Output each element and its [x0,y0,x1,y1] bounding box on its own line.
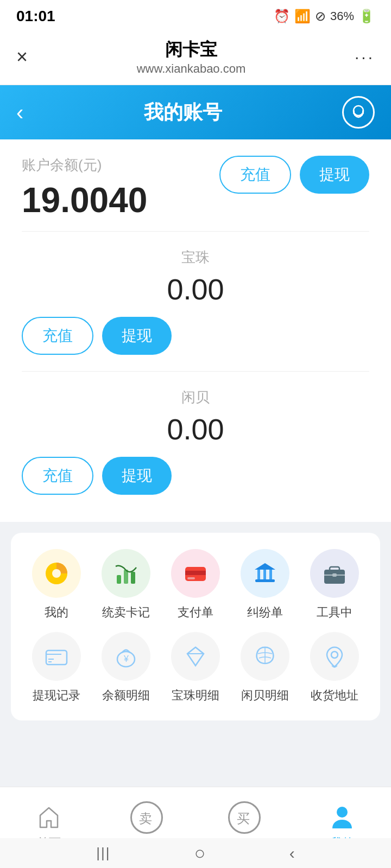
baozhu-recharge-button[interactable]: 充值 [22,317,93,355]
battery-indicator: 36% [330,9,354,23]
top-action-buttons: 充值 提现 [219,156,369,194]
svg-rect-15 [255,579,275,582]
svg-rect-19 [332,573,337,577]
browser-bar: × 闲卡宝 www.xiankabao.com ··· [0,33,391,85]
card-icon [182,560,209,587]
support-button[interactable] [342,96,375,129]
buy-icon: 买 [235,808,254,827]
browser-app-title: 闲卡宝 [165,38,217,62]
diamond-icon [182,643,209,670]
baozhu-buttons: 充值 提现 [22,317,369,355]
sell-card-records-item[interactable]: 统卖卡记 [96,549,156,621]
baozhu-detail-item[interactable]: 宝珠明细 [166,632,225,704]
status-icons: ⏰ 📶 ⊘ 36% 🔋 [274,9,375,24]
money-bag-icon: ¥ [112,643,140,670]
home-icon [36,805,62,831]
baozhu-detail-label: 宝珠明细 [172,687,219,704]
svg-rect-7 [131,572,135,584]
divider-2 [22,371,369,372]
payment-orders-item[interactable]: 支付单 [166,549,225,621]
main-content: 账户余额(元) 19.0040 充值 提现 宝珠 0.00 充值 提现 闲贝 0… [0,139,391,807]
shipping-address-label: 收货地址 [311,687,358,704]
gesture-right: ‹ [289,844,295,863]
divider-1 [22,231,369,232]
alarm-icon: ⏰ [274,9,290,24]
sell-card-icon-bg [102,549,150,598]
account-card: 账户余额(元) 19.0040 充值 提现 宝珠 0.00 充值 提现 闲贝 0… [0,139,391,522]
xianBei-label: 闲贝 [22,388,369,407]
balance-detail-item[interactable]: ¥ 余额明细 [96,632,156,704]
battery-icon: 🔋 [358,9,375,24]
tools-icon-bg [310,549,359,598]
app-header: ‹ 我的账号 [0,85,391,139]
wifi-icon: 📶 [294,9,311,24]
sell-circle-border: 卖 [130,801,163,834]
status-bar: 01:01 ⏰ 📶 ⊘ 36% 🔋 [0,0,391,33]
xianBei-recharge-button[interactable]: 充值 [22,457,93,495]
gesture-center: ○ [194,843,206,864]
tools-label: 工具中 [317,604,352,621]
baozhu-withdraw-button[interactable]: 提现 [102,317,172,355]
icon-row-2: 提现记录 ¥ 余额明细 [22,632,369,704]
svg-rect-13 [263,570,266,579]
svg-marker-26 [187,647,204,666]
withdraw-record-label: 提现记录 [33,687,80,704]
xianBei-detail-icon-bg [241,632,289,681]
svg-point-33 [337,807,348,818]
page-title: 我的账号 [144,99,222,126]
dispute-orders-item[interactable]: 纠纷单 [235,549,295,621]
gesture-left: ||| [96,845,110,861]
withdraw-record-icon-bg [32,632,81,681]
svg-marker-11 [255,563,275,570]
dispute-orders-label: 纠纷单 [247,604,283,621]
xianBei-detail-label: 闲贝明细 [241,687,289,704]
browser-url: www.xiankabao.com [137,62,246,76]
browser-close-button[interactable]: × [16,46,28,68]
back-button[interactable]: ‹ [16,100,23,125]
svg-rect-12 [257,570,260,579]
icon-grid-card: 我的 统卖卡记 [11,533,380,720]
gesture-bar: ||| ○ ‹ [0,838,391,868]
browser-title-area: 闲卡宝 www.xiankabao.com [137,38,246,76]
svg-rect-20 [46,650,67,665]
mine-icon [329,805,355,831]
baozhu-balance: 0.00 [22,272,369,306]
payment-orders-label: 支付单 [178,604,213,621]
svg-point-4 [52,569,61,578]
withdraw-record-item[interactable]: 提现记录 [27,632,86,704]
balance-detail-icon-bg: ¥ [102,632,150,681]
my-orders-icon-bg [32,549,81,598]
svg-rect-17 [330,567,339,571]
svg-text:¥: ¥ [123,654,129,663]
xianBei-buttons: 充值 提现 [22,457,369,495]
baozhu-label: 宝珠 [22,248,369,267]
status-time: 01:01 [16,8,55,25]
shipping-address-icon-bg [310,632,359,681]
sell-card-records-label: 统卖卡记 [102,604,150,621]
xianBei-balance: 0.00 [22,412,369,446]
xianBei-withdraw-button[interactable]: 提现 [102,457,172,495]
shell-icon [251,643,279,670]
balance-detail-label: 余额明细 [102,687,150,704]
svg-text:卖: 卖 [139,811,152,826]
browser-more-button[interactable]: ··· [355,48,375,66]
payment-icon-bg [171,549,220,598]
my-orders-item[interactable]: 我的 [27,549,86,621]
baozhu-section: 宝珠 0.00 充值 提现 [22,237,369,366]
sell-icon: 卖 [137,808,156,827]
briefcase-icon [321,560,348,587]
recharge-button-top[interactable]: 充值 [219,156,291,194]
svg-rect-10 [187,577,195,579]
xianBei-section: 闲贝 0.00 充值 提现 [22,377,369,506]
svg-text:买: 买 [237,811,250,826]
baozhu-detail-icon-bg [171,632,220,681]
location-icon [321,643,348,670]
dispute-icon-bg [241,549,289,598]
withdraw-button-top[interactable]: 提现 [300,156,369,194]
svg-rect-5 [117,575,121,584]
tools-item[interactable]: 工具中 [305,549,364,621]
shipping-address-item[interactable]: 收货地址 [305,632,364,704]
svg-rect-14 [269,570,272,579]
svg-line-28 [187,647,195,654]
xianBei-detail-item[interactable]: 闲贝明细 [235,632,295,704]
